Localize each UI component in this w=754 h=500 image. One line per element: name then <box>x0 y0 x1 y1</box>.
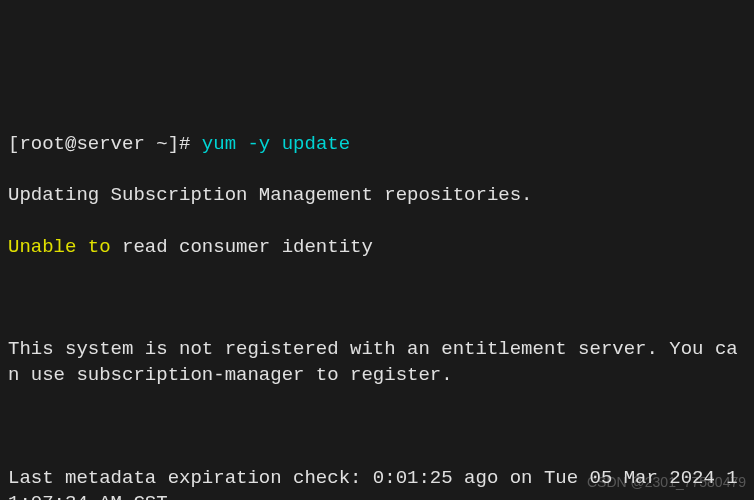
terminal-output: [root@server ~]# yum -y update Updating … <box>8 107 746 500</box>
prompt-line: [root@server ~]# yum -y update <box>8 132 746 158</box>
command-binary: yum <box>202 133 236 155</box>
watermark-text: CSDN @2301_77580479 <box>587 473 746 492</box>
output-updating: Updating Subscription Management reposit… <box>8 183 746 209</box>
command-flags: -y <box>247 133 270 155</box>
warning-text: read consumer identity <box>122 236 373 258</box>
output-register-msg: This system is not registered with an en… <box>8 337 746 388</box>
output-warning-line: Unable to read consumer identity <box>8 235 746 261</box>
warning-prefix: Unable to <box>8 236 111 258</box>
command-action: update <box>282 133 350 155</box>
blank-line <box>8 286 746 312</box>
prompt-prefix: [root@server ~]# <box>8 133 190 155</box>
blank-line <box>8 414 746 440</box>
